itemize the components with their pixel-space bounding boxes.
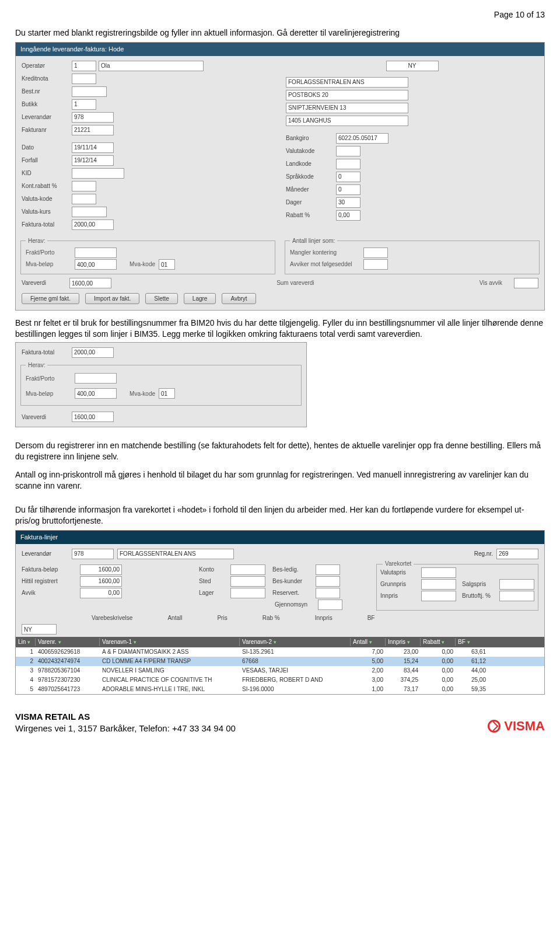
l-fld-besledig[interactable] [316, 564, 340, 575]
s-fld-fakturatotal[interactable] [72, 347, 114, 358]
btn-fjerne[interactable]: Fjerne gml fakt. [22, 293, 79, 304]
lbl-butikk: Butikk [22, 100, 69, 109]
hdr-varebeskrivelse: Varebeskrivelse [92, 614, 132, 622]
fld-addr3[interactable] [286, 116, 408, 126]
sort-icon: ▾ [27, 639, 30, 646]
l-fld-leverandor[interactable] [72, 549, 114, 559]
fld-kontrabatt[interactable] [72, 181, 96, 191]
fld-vareverdi[interactable] [69, 278, 111, 288]
table-row[interactable]: 14006592629618A & F DIAMANTMOSAIKK 2 ASS… [16, 647, 544, 657]
s-fld-mvabelop[interactable] [75, 388, 117, 399]
fld-fraktporto[interactable] [75, 248, 117, 258]
fld-operator[interactable] [72, 61, 96, 71]
s-lbl-fraktporto: Frakt/Porto [26, 375, 71, 383]
lbl-sumvareverdi: Sum vareverdi [111, 279, 480, 287]
fld-mvabelop[interactable] [75, 259, 117, 270]
fld-mvakode[interactable] [159, 259, 175, 270]
s-fld-mvakode[interactable] [159, 388, 175, 399]
l-fld-beskunder[interactable] [316, 576, 340, 587]
page-footer: VISMA RETAIL AS Wirgenes vei 1, 3157 Bar… [15, 711, 545, 735]
fld-addr2[interactable] [286, 103, 408, 113]
fld-addr1[interactable] [286, 90, 408, 100]
fld-valutakode2[interactable] [336, 146, 360, 156]
l-fld-sted[interactable] [230, 576, 265, 587]
l-fld-salgspris[interactable] [499, 579, 534, 590]
l-fld-bruttoftj[interactable] [499, 591, 534, 601]
fld-rabattpct[interactable] [336, 210, 360, 221]
table-row[interactable]: 54897025641723ADORABLE MINIS-HYLLE I TRE… [16, 685, 544, 694]
fld-bankgiro[interactable] [336, 133, 388, 144]
btn-lagre[interactable]: Lagre [184, 293, 216, 304]
gh-varenavn2[interactable]: Varenavn-2▾ [240, 638, 351, 646]
fld-forfall[interactable] [72, 155, 114, 166]
table-row[interactable]: 39788205367104NOVELLER I SAMLINGVESAAS, … [16, 666, 544, 675]
l-fld-hittil[interactable] [80, 576, 122, 587]
l-fld-gjennomsyn[interactable] [318, 600, 342, 610]
fld-ny[interactable] [386, 61, 439, 71]
gh-antall[interactable]: Antall▾ [351, 638, 386, 646]
fld-dager[interactable] [336, 197, 360, 208]
s-fld-fraktporto[interactable] [75, 373, 117, 384]
l-fld-valutapris[interactable] [421, 567, 456, 578]
gh-varenavn1[interactable]: Varenavn-1▾ [100, 638, 240, 646]
table-row[interactable]: 24002432474974CD LOMME A4 F/PERM TRANSP6… [16, 657, 544, 666]
btn-import[interactable]: Import av fakt. [85, 293, 139, 304]
gh-varenr[interactable]: Varenr.▾ [36, 638, 100, 646]
l-lbl-besledig: Bes-ledig. [272, 566, 313, 574]
mid-paragraph-4: Du får tilhørende informasjon fra vareko… [15, 504, 545, 527]
lbl-leverandor: Leverandør [22, 113, 69, 121]
grid-header: Lin▾ Varenr.▾ Varenavn-1▾ Varenavn-2▾ An… [16, 637, 544, 647]
fld-valutakurs[interactable] [72, 207, 107, 217]
l-fld-avvik[interactable] [80, 588, 122, 598]
l-fld-grunnpris[interactable] [421, 579, 456, 590]
fld-operator-name[interactable] [99, 61, 204, 71]
gh-innpris[interactable]: Innpris▾ [386, 638, 421, 646]
s-fld-vareverdi[interactable] [72, 412, 114, 422]
fld-mangler[interactable] [363, 248, 388, 258]
fld-bestnr[interactable] [72, 86, 107, 97]
s-legend-herav: Herav: [26, 361, 47, 370]
fld-visavvik[interactable] [514, 278, 538, 288]
fld-leverandor[interactable] [72, 112, 114, 123]
fld-fakturanr[interactable] [72, 125, 114, 135]
sort-icon: ▾ [134, 639, 136, 646]
fld-avviker[interactable] [363, 259, 388, 270]
l-lbl-fakturabelop: Faktura-beløp [22, 566, 78, 574]
lbl-fakturatotal: Faktura-total [22, 221, 69, 229]
linjer-title: Faktura-linjer [16, 531, 544, 544]
lbl-kid: KID [22, 169, 69, 177]
fld-fakturatotal[interactable] [72, 219, 114, 230]
fld-maneder[interactable] [336, 184, 360, 195]
l-fld-regnr[interactable] [496, 549, 538, 559]
table-row[interactable]: 49781572307230CLINICAL PRACTICE OF COGNI… [16, 675, 544, 685]
lbl-landkode: Landkode [286, 160, 334, 168]
btn-slette[interactable]: Slette [145, 293, 178, 304]
l-fld-reservert[interactable] [316, 588, 340, 598]
gh-bf[interactable]: BF▾ [456, 638, 488, 646]
gh-lin[interactable]: Lin▾ [16, 638, 36, 646]
fld-dato[interactable] [72, 142, 114, 153]
fld-landkode[interactable] [336, 159, 360, 169]
l-fld-lager[interactable] [230, 588, 265, 598]
fld-butikk[interactable] [72, 99, 96, 110]
lbl-mangler: Mangler kontering [290, 249, 360, 257]
hode-panel: Inngående leverandør-faktura: Hode Opera… [15, 42, 545, 311]
fld-valutakode[interactable] [72, 194, 96, 204]
btn-avbryt[interactable]: Avbryt [222, 293, 256, 304]
lbl-valutakode: Valuta-kode [22, 195, 69, 203]
gh-rabatt[interactable]: Rabatt▾ [421, 638, 456, 646]
lbl-kreditnota: Kreditnota [22, 75, 69, 83]
l-fld-levnavn[interactable] [117, 549, 234, 559]
l-fld-ny[interactable] [22, 624, 57, 635]
fld-kreditnota[interactable] [72, 74, 96, 84]
l-lbl-salgspris: Salgspris [462, 580, 497, 588]
lbl-maneder: Måneder [286, 186, 334, 194]
l-fld-innpris[interactable] [421, 591, 456, 601]
hdr-pris: Pris [217, 614, 227, 622]
fld-company[interactable] [286, 77, 408, 88]
small-panel: Faktura-total Herav: Frakt/Porto Mva-bel… [15, 342, 307, 428]
fld-kid[interactable] [72, 168, 124, 179]
fld-sprakkode[interactable] [336, 172, 360, 182]
l-fld-fakturabelop[interactable] [80, 564, 122, 575]
l-fld-konto[interactable] [230, 564, 265, 575]
